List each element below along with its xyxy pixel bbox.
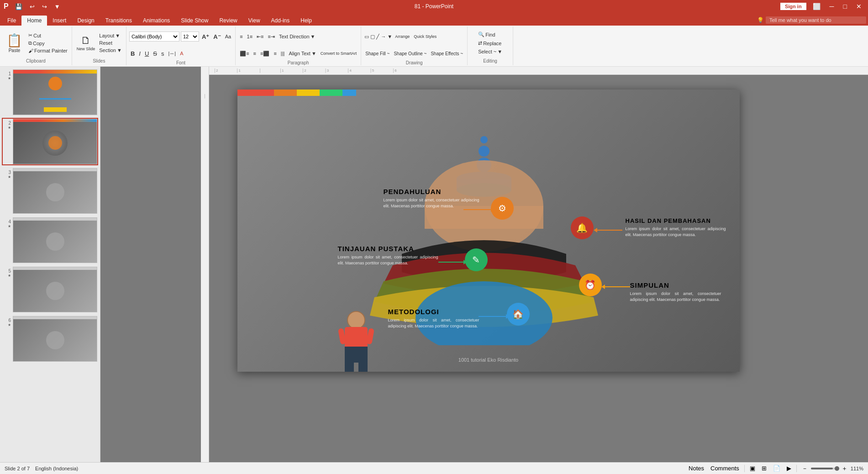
undo-button[interactable]: ↩ [27,3,37,10]
font-color-button[interactable]: A [179,50,184,57]
slide-preview-6[interactable] [13,316,97,362]
slide-num-3: 3 [5,168,11,175]
reset-button[interactable]: Reset [98,40,123,46]
shape-more-button[interactable]: ▼ [387,33,393,40]
zoom-in-button[interactable]: ＋ [840,464,849,473]
hasil-icon: 🔔 [571,216,594,239]
select-button[interactable]: Select ~ ▼ [477,48,504,55]
shape-fill-button[interactable]: Shape Fill ~ [364,51,391,57]
slide-star-5: ★ [8,274,11,278]
decrease-indent-button[interactable]: ⇤≡ [255,33,265,40]
slide-sorter-button[interactable]: ⊞ [760,465,768,472]
slide-num-6: 6 [5,316,11,323]
shape-rect-button[interactable]: ▭ [364,33,369,40]
format-painter-button[interactable]: 🖌 Format Painter [27,47,69,54]
decrease-font-button[interactable]: A⁻ [212,33,222,41]
copy-button[interactable]: ⧉ Copy [27,40,69,47]
slide-thumb-4[interactable]: 4 ★ [2,216,98,264]
zoom-out-button[interactable]: － [800,464,809,473]
slide-canvas-area[interactable]: │ [100,67,868,462]
tab-insert[interactable]: Insert [47,16,72,26]
slide-thumb-6[interactable]: 6 ★ [2,315,98,363]
quick-styles-button[interactable]: Quick Styles [412,33,438,40]
justify-button[interactable]: ≡ [272,50,278,57]
tab-home[interactable]: Home [21,16,47,26]
increase-indent-button[interactable]: ≡⇥ [267,33,276,40]
tab-slideshow[interactable]: Slide Show [175,16,214,26]
tab-file[interactable]: File [2,16,21,26]
slide-thumb-2[interactable]: 2 ★ [2,118,98,165]
tab-help[interactable]: Help [295,16,317,26]
spacing-button[interactable]: |↔| [167,50,177,57]
align-left-button[interactable]: ⬛≡ [238,50,250,57]
slide-preview-4[interactable] [13,217,97,263]
cut-button[interactable]: ✂ Cut [27,32,69,39]
maximize-button[interactable]: □ [841,3,850,10]
convert-smartart-button[interactable]: Convert to SmartArt [319,51,358,56]
bullets-button[interactable]: ≡ [238,33,244,40]
slide-main[interactable]: PENDAHULUAN Lorem ipsum dolor sit amet, … [237,90,740,372]
shape-effects-button[interactable]: Shape Effects ~ [429,51,464,57]
redo-button[interactable]: ↪ [39,3,50,10]
arrange-button[interactable]: Arrange [393,33,411,40]
replace-button[interactable]: ⇄ Replace [477,40,504,47]
slide-preview-3[interactable] [13,168,97,214]
tab-view[interactable]: View [243,16,266,26]
align-center-button[interactable]: ≡ [252,50,258,57]
columns-button[interactable]: ||| [279,50,286,57]
shape-outline-button[interactable]: Shape Outline ~ [392,51,428,57]
shape-rounded-button[interactable]: ▢ [370,33,375,40]
section-button[interactable]: Section ▼ [98,47,123,53]
shadow-button[interactable]: s [160,50,166,58]
notes-button[interactable]: Notes [687,465,705,472]
strikethrough-button[interactable]: S [152,50,158,58]
paste-label: Paste [9,48,21,53]
comments-button[interactable]: Comments [709,465,741,472]
slideshow-button[interactable]: ▶ [785,465,793,472]
slide-preview-2[interactable] [13,119,97,164]
customize-button[interactable]: ▼ [52,3,63,10]
color-bar [237,90,365,96]
shape-arrow-button[interactable]: → [380,33,386,40]
section-label: Section [99,47,116,53]
tab-animations[interactable]: Animations [137,16,175,26]
slide-thumb-1[interactable]: 1 ★ [2,68,98,116]
layout-button[interactable]: Layout ▼ [98,32,123,39]
minimize-button[interactable]: ─ [827,3,837,10]
tab-review[interactable]: Review [214,16,242,26]
paragraph-group: ≡ 1≡ ⇤≡ ≡⇥ Text Direction ▼ ⬛≡ ≡ ≡⬛ ≡ ||… [236,26,361,65]
font-family-select[interactable]: Calibri (Body) [129,32,179,42]
slide-thumb-3[interactable]: 3 ★ [2,167,98,215]
slide-star-2: ★ [8,126,11,130]
sign-in-button[interactable]: Sign in [780,3,806,10]
numbering-button[interactable]: 1≡ [246,33,254,40]
find-button[interactable]: 🔍 Find [477,31,504,38]
close-button[interactable]: ✕ [853,3,864,10]
reading-view-button[interactable]: 📄 [772,465,782,472]
normal-view-button[interactable]: ▣ [748,465,757,472]
increase-font-button[interactable]: A⁺ [200,33,210,41]
clear-formatting-button[interactable]: Aa [224,33,232,40]
shape-line-button[interactable]: ╱ [376,33,380,40]
ruler-horizontal: │2│1││1│2│3│4│5│6 [209,67,868,75]
underline-button[interactable]: U [143,50,150,58]
search-input[interactable] [766,16,866,24]
save-button[interactable]: 💾 [12,3,25,10]
align-right-button[interactable]: ≡⬛ [259,50,271,57]
align-text-button[interactable]: Align Text ▼ [287,50,317,57]
new-slide-button[interactable]: 🗋 New Slide [75,34,97,52]
text-direction-button[interactable]: Text Direction ▼ [278,33,317,40]
tab-transitions[interactable]: Transitions [100,16,137,26]
metodologi-body: Lorem ipsum dolor sit amet, consectetuer… [388,317,479,329]
italic-button[interactable]: I [137,50,142,58]
slide-preview-5[interactable] [13,267,97,312]
slide-thumb-5[interactable]: 5 ★ [2,266,98,313]
font-size-select[interactable]: 12 [181,32,199,42]
bold-button[interactable]: B [129,50,136,58]
tab-addins[interactable]: Add-ins [266,16,295,26]
slide-panel[interactable]: 1 ★ 2 ★ [0,67,100,462]
slide-preview-1[interactable] [13,69,97,115]
paste-button[interactable]: 📋 Paste [3,32,26,54]
tab-design[interactable]: Design [72,16,100,26]
ribbon-display-button[interactable]: ⬜ [810,3,823,10]
